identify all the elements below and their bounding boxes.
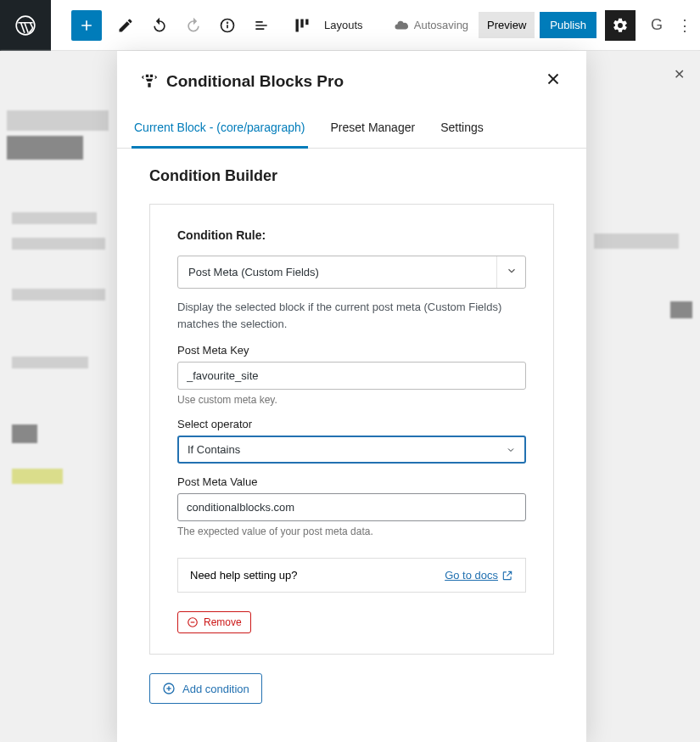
publish-button[interactable]: Publish <box>540 12 596 38</box>
go-to-docs-link[interactable]: Go to docs <box>445 569 513 582</box>
autosaving-indicator: Autosaving <box>394 18 468 33</box>
undo-button[interactable] <box>144 10 175 41</box>
modal-tabs: Current Block - (core/paragraph) Preset … <box>117 109 586 149</box>
info-icon[interactable] <box>212 10 243 41</box>
preview-button[interactable]: Preview <box>479 12 535 38</box>
edit-icon[interactable] <box>110 10 141 41</box>
condition-rule-label: Condition Rule: <box>177 228 526 242</box>
remove-icon <box>187 616 199 628</box>
layouts-icon[interactable] <box>287 10 317 41</box>
conditional-blocks-icon <box>141 73 158 90</box>
gear-icon <box>612 17 629 34</box>
redo-button[interactable] <box>178 10 209 41</box>
user-initial[interactable]: G <box>644 16 669 34</box>
svg-point-3 <box>227 22 228 23</box>
settings-gear-button[interactable] <box>605 10 636 41</box>
add-block-button[interactable] <box>71 10 102 41</box>
condition-rule-card: Condition Rule: Post Meta (Custom Fields… <box>149 204 554 655</box>
condition-builder-heading: Condition Builder <box>149 167 554 185</box>
chevron-down-icon <box>496 256 525 288</box>
meta-key-hint: Use custom meta key. <box>177 394 526 406</box>
add-icon <box>162 682 176 695</box>
close-icon <box>544 70 563 88</box>
layouts-label[interactable]: Layouts <box>319 19 368 31</box>
conditional-blocks-modal: Conditional Blocks Pro Current Block - (… <box>117 51 586 742</box>
svg-rect-4 <box>296 19 299 31</box>
tab-preset-manager[interactable]: Preset Manager <box>331 109 416 148</box>
editor-top-toolbar: Layouts Autosaving Preview Publish G ⋮ <box>0 0 700 51</box>
condition-description: Display the selected block if the curren… <box>177 299 526 332</box>
condition-type-value: Post Meta (Custom Fields) <box>188 266 319 278</box>
meta-value-input[interactable] <box>177 493 526 521</box>
cloud-icon <box>394 18 409 33</box>
condition-type-select[interactable]: Post Meta (Custom Fields) <box>177 256 526 289</box>
outline-icon[interactable] <box>246 10 277 41</box>
sidebar-close-icon[interactable]: ✕ <box>674 66 685 82</box>
meta-value-hint: The expected value of your post meta dat… <box>177 526 526 537</box>
tab-current-block[interactable]: Current Block - (core/paragraph) <box>134 109 305 148</box>
chevron-down-icon <box>506 445 516 455</box>
meta-key-input[interactable] <box>177 362 526 390</box>
svg-rect-6 <box>305 19 308 25</box>
remove-label: Remove <box>204 616 242 628</box>
add-condition-button[interactable]: Add condition <box>149 673 262 704</box>
modal-body: Condition Builder Condition Rule: Post M… <box>117 149 586 724</box>
tab-settings[interactable]: Settings <box>440 109 484 148</box>
modal-close-button[interactable] <box>544 70 563 93</box>
modal-header: Conditional Blocks Pro <box>117 51 586 109</box>
meta-value-label: Post Meta Value <box>177 475 526 488</box>
external-link-icon <box>501 570 513 582</box>
wordpress-logo[interactable] <box>0 0 51 51</box>
autosaving-label: Autosaving <box>414 19 468 31</box>
modal-title: Conditional Blocks Pro <box>166 72 344 91</box>
remove-condition-button[interactable]: Remove <box>177 611 251 633</box>
help-question: Need help setting up? <box>190 569 297 582</box>
operator-label: Select operator <box>177 418 526 430</box>
svg-rect-5 <box>300 19 303 27</box>
meta-key-label: Post Meta Key <box>177 344 526 357</box>
operator-select[interactable]: If Contains <box>177 436 526 464</box>
more-options-button[interactable]: ⋮ <box>669 16 700 35</box>
help-box: Need help setting up? Go to docs <box>177 558 526 593</box>
docs-link-label: Go to docs <box>445 569 498 582</box>
operator-value: If Contains <box>188 443 240 456</box>
add-label: Add condition <box>182 683 249 695</box>
